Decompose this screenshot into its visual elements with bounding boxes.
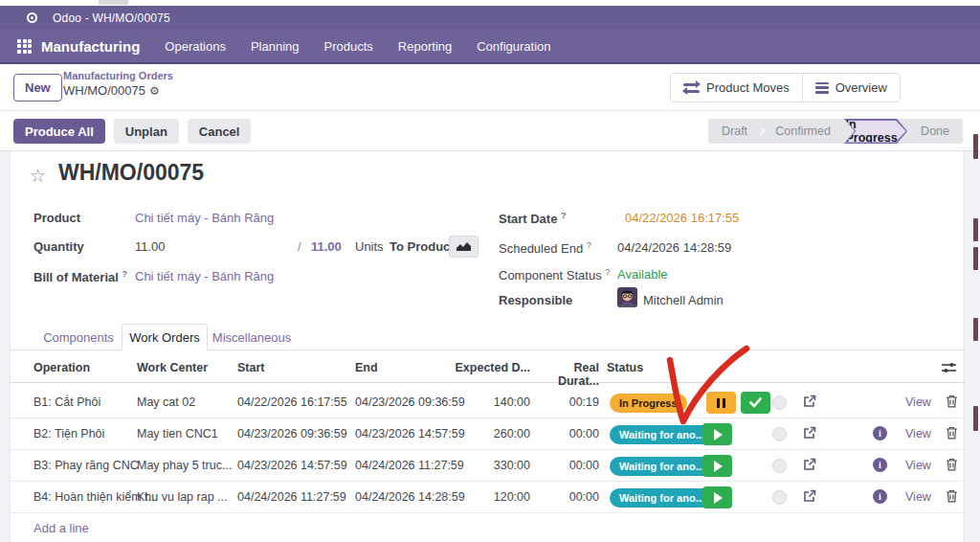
table-row[interactable]: B2: Tiện Phôi May tien CNC1 04/23/2026 0… bbox=[11, 418, 966, 450]
progress-circle-icon[interactable] bbox=[772, 395, 787, 410]
cell-start[interactable]: 04/23/2026 14:57:59 bbox=[237, 459, 347, 472]
cell-operation[interactable]: B3: Phay răng CNC bbox=[33, 459, 139, 472]
status-step-draft[interactable]: Draft bbox=[708, 124, 761, 138]
external-link-icon[interactable] bbox=[803, 489, 816, 506]
cell-expected-duration[interactable]: 120:00 bbox=[446, 490, 530, 504]
pause-button[interactable] bbox=[706, 392, 736, 414]
view-link[interactable]: View bbox=[905, 459, 931, 472]
cell-work-center[interactable]: May cat 02 bbox=[137, 395, 195, 409]
tab-miscellaneous[interactable]: Miscellaneous bbox=[208, 324, 296, 350]
table-row[interactable]: B3: Phay răng CNC May phay 5 truc... 04/… bbox=[11, 450, 966, 482]
progress-circle-icon[interactable] bbox=[772, 459, 787, 473]
header-start[interactable]: Start bbox=[237, 361, 264, 374]
cell-expected-duration[interactable]: 140:00 bbox=[446, 395, 530, 409]
component-status-value: Available bbox=[617, 267, 668, 282]
bom-value[interactable]: Chi tiết máy - Bánh Răng bbox=[135, 269, 274, 283]
delete-icon[interactable] bbox=[946, 489, 958, 506]
cell-expected-duration[interactable]: 330:00 bbox=[446, 459, 530, 472]
cell-start[interactable]: 04/24/2026 11:27:59 bbox=[237, 490, 346, 504]
external-link-icon[interactable] bbox=[803, 426, 816, 442]
info-icon[interactable]: i bbox=[873, 458, 887, 472]
menu-planning[interactable]: Planning bbox=[251, 39, 300, 54]
table-header: Operation Work Center Start End Expected… bbox=[11, 354, 966, 383]
tab-components[interactable]: Components bbox=[35, 324, 122, 350]
info-icon[interactable]: i bbox=[873, 426, 887, 440]
table-row[interactable]: B1: Cắt Phôi May cat 02 04/22/2026 16:17… bbox=[11, 387, 966, 418]
mark-done-button[interactable] bbox=[741, 392, 770, 414]
breadcrumb: Manufacturing Orders WH/MO/00075⚙ bbox=[63, 70, 173, 99]
external-link-icon[interactable] bbox=[803, 458, 816, 474]
product-value[interactable]: Chi tiết máy - Bánh Răng bbox=[135, 211, 274, 225]
menu-reporting[interactable]: Reporting bbox=[398, 39, 452, 54]
start-button[interactable] bbox=[702, 486, 732, 508]
window-title-bar: Odoo - WH/MO/00075 bbox=[0, 6, 980, 30]
list-bars-icon bbox=[815, 82, 829, 94]
header-expected-duration[interactable]: Expected D... bbox=[446, 361, 530, 374]
external-link-icon[interactable] bbox=[803, 395, 816, 411]
forecast-chart-button[interactable] bbox=[449, 236, 479, 258]
optional-columns-icon[interactable] bbox=[942, 361, 956, 377]
status-badge: Waiting for ano... bbox=[610, 425, 714, 444]
delete-icon[interactable] bbox=[946, 426, 958, 442]
start-button[interactable] bbox=[702, 423, 732, 445]
responsible-value[interactable]: Mitchell Admin bbox=[643, 293, 724, 307]
progress-circle-icon[interactable] bbox=[772, 490, 787, 505]
app-menu-bar: Manufacturing Operations Planning Produc… bbox=[0, 30, 980, 64]
scheduled-end-value[interactable]: 04/24/2026 14:28:59 bbox=[617, 240, 731, 255]
progress-circle-icon[interactable] bbox=[772, 427, 787, 441]
view-link[interactable]: View bbox=[905, 395, 931, 409]
cell-real-duration[interactable]: 00:19 bbox=[535, 395, 599, 409]
product-moves-button[interactable]: Product Moves bbox=[671, 74, 802, 102]
menu-configuration[interactable]: Configuration bbox=[477, 39, 550, 54]
cell-real-duration[interactable]: 00:00 bbox=[535, 427, 599, 440]
delete-icon[interactable] bbox=[946, 458, 958, 474]
status-step-done[interactable]: Done bbox=[907, 124, 963, 138]
start-date-value[interactable]: 04/22/2026 16:17:55 bbox=[625, 211, 739, 225]
view-link[interactable]: View bbox=[905, 427, 931, 440]
header-real-duration[interactable]: Real Durat... bbox=[535, 361, 599, 388]
quantity-units: Units bbox=[355, 239, 384, 254]
new-button[interactable]: New bbox=[13, 74, 62, 102]
cell-operation[interactable]: B1: Cắt Phôi bbox=[33, 395, 100, 409]
status-step-confirmed[interactable]: Confirmed bbox=[762, 124, 844, 138]
to-produce-label: To Produce bbox=[390, 239, 457, 254]
breadcrumb-parent[interactable]: Manufacturing Orders bbox=[63, 70, 173, 83]
cell-real-duration[interactable]: 00:00 bbox=[535, 490, 599, 504]
overview-button[interactable]: Overview bbox=[802, 74, 900, 102]
cancel-button[interactable]: Cancel bbox=[188, 119, 252, 144]
cell-work-center[interactable]: Khu vu lap rap ... bbox=[137, 490, 228, 504]
add-a-line-link[interactable]: Add a line bbox=[33, 521, 89, 535]
cell-start[interactable]: 04/23/2026 09:36:59 bbox=[237, 427, 347, 440]
cell-work-center[interactable]: May tien CNC1 bbox=[137, 427, 218, 440]
cell-operation[interactable]: B2: Tiện Phôi bbox=[33, 427, 104, 440]
unplan-button[interactable]: Unplan bbox=[114, 119, 179, 144]
menu-operations[interactable]: Operations bbox=[165, 39, 226, 54]
responsible-label: Responsible bbox=[499, 293, 572, 307]
tab-work-orders[interactable]: Work Orders bbox=[122, 324, 208, 351]
status-step-in-progress[interactable]: In Progress bbox=[844, 119, 907, 144]
header-work-center[interactable]: Work Center bbox=[137, 361, 208, 374]
produce-all-button[interactable]: Produce All bbox=[13, 119, 105, 144]
cell-real-duration[interactable]: 00:00 bbox=[535, 459, 599, 472]
info-icon[interactable]: i bbox=[873, 489, 887, 504]
header-status[interactable]: Status bbox=[607, 361, 643, 374]
menu-products[interactable]: Products bbox=[324, 39, 373, 54]
table-row[interactable]: B4: Hoàn thiện kiểm t... Khu vu lap rap … bbox=[11, 482, 966, 513]
delete-icon[interactable] bbox=[946, 395, 958, 411]
start-button[interactable] bbox=[702, 455, 732, 477]
cell-start[interactable]: 04/22/2026 16:17:55 bbox=[237, 395, 347, 409]
window-edge-fragment bbox=[99, 0, 128, 5]
apps-grid-icon[interactable] bbox=[17, 39, 32, 54]
favorite-star-icon[interactable]: ☆ bbox=[30, 165, 46, 187]
quantity-produced[interactable]: 11.00 bbox=[135, 239, 166, 254]
component-status-label: Component Status ? bbox=[499, 267, 610, 282]
app-name[interactable]: Manufacturing bbox=[41, 38, 140, 55]
gear-icon[interactable]: ⚙ bbox=[149, 84, 160, 98]
cell-expected-duration[interactable]: 260:00 bbox=[446, 427, 530, 440]
header-operation[interactable]: Operation bbox=[33, 361, 90, 374]
avatar[interactable] bbox=[617, 287, 637, 307]
view-link[interactable]: View bbox=[905, 490, 931, 504]
cell-work-center[interactable]: May phay 5 truc... bbox=[137, 459, 232, 472]
header-end[interactable]: End bbox=[355, 361, 378, 374]
status-pipeline: Draft Confirmed In Progress Done bbox=[708, 119, 963, 144]
